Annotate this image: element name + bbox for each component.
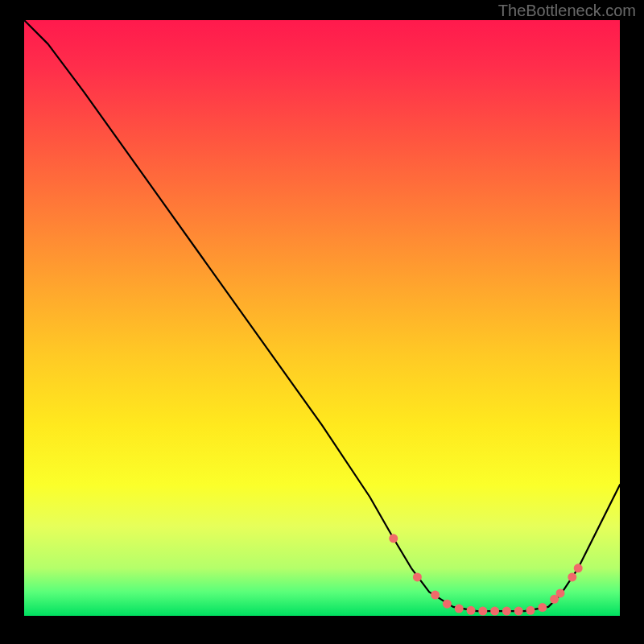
chart-plot-area [24, 20, 620, 616]
curve-marker [526, 606, 535, 615]
curve-marker [538, 603, 547, 612]
curve-marker [467, 606, 476, 615]
curve-marker [455, 605, 464, 613]
curve-marker [568, 572, 576, 581]
curve-marker [514, 607, 523, 616]
bottleneck-curve [24, 20, 620, 611]
curve-marker [389, 534, 398, 543]
curve-marker [478, 607, 487, 616]
watermark-text: TheBottleneck.com [498, 2, 636, 20]
curve-marker [413, 572, 422, 581]
chart-svg [24, 20, 620, 616]
curve-marker [431, 591, 440, 600]
curve-marker [490, 607, 499, 616]
curve-marker [574, 564, 583, 572]
curve-marker [556, 588, 565, 597]
curve-marker [443, 600, 452, 609]
curve-markers [389, 534, 582, 615]
curve-marker [502, 607, 511, 616]
